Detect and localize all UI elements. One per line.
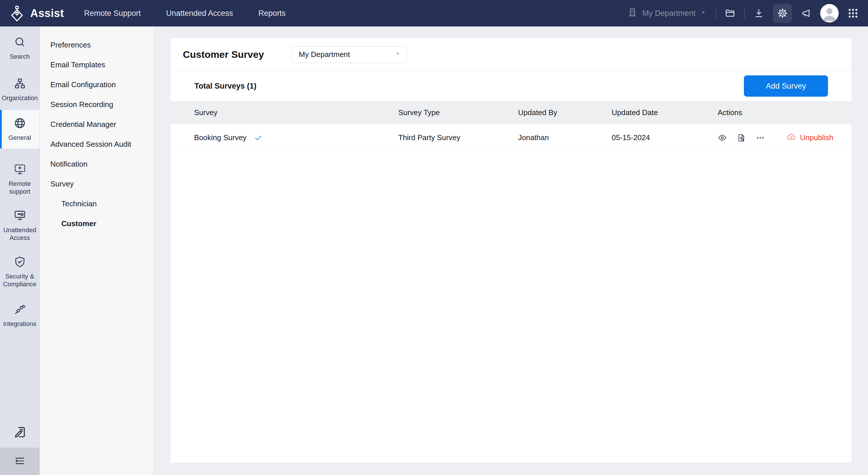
sidebar-item-search[interactable]: Search (0, 31, 39, 65)
department-dropdown[interactable]: My Department (292, 46, 407, 63)
survey-toolbar: Total Surveys (1) Add Survey (170, 71, 851, 101)
menu-item-notification[interactable]: Notification (40, 154, 154, 174)
table-row: Booking Survey Third Party Survey Jonath… (170, 124, 851, 151)
cloud-unpublish-icon (786, 132, 797, 144)
sidebar-item-label: Security & Compliance (1, 272, 38, 288)
sidebar-item-label: Integrations (3, 320, 36, 328)
nav-remote-support[interactable]: Remote Support (84, 9, 141, 18)
top-navigation: Remote Support Unattended Access Reports (84, 9, 286, 18)
search-icon (13, 36, 26, 50)
apps-grid-button[interactable] (847, 7, 859, 19)
col-actions: Actions (718, 108, 851, 117)
feedback-note-icon (13, 426, 27, 440)
unpublish-button[interactable]: Unpublish (786, 132, 833, 144)
sidebar-item-label: Search (10, 53, 30, 60)
sidebar-item-general[interactable]: General (0, 110, 39, 148)
total-surveys-label: Total Surveys (1) (194, 82, 257, 91)
monitor-plus-icon (13, 163, 26, 177)
sidebar-item-remote-support[interactable]: Remote support (0, 158, 39, 200)
nav-reports[interactable]: Reports (258, 9, 286, 18)
folder-button[interactable] (724, 8, 736, 19)
col-updated-by: Updated By (518, 108, 612, 117)
department-dropdown-value: My Department (299, 50, 350, 59)
department-selector-value: My Department (642, 9, 695, 18)
col-survey: Survey (194, 108, 398, 117)
sidebar-item-label: Organization (2, 94, 38, 102)
sidebar-item-label: General (8, 134, 31, 141)
table-header: Survey Survey Type Updated By Updated Da… (170, 101, 851, 124)
org-chart-icon (13, 77, 26, 92)
updated-date: 05-15-2024 (612, 133, 718, 142)
department-selector[interactable]: My Department (627, 7, 707, 20)
col-survey-type: Survey Type (398, 108, 518, 117)
collapse-menu-icon (14, 455, 26, 468)
page-title: Customer Survey (183, 49, 264, 60)
monitor-key-icon (13, 209, 26, 224)
actions-cell: Unpublish (718, 132, 851, 144)
topbar-divider (715, 7, 716, 20)
brand[interactable]: Assist (9, 5, 64, 22)
menu-item-survey-customer[interactable]: Customer (40, 214, 154, 234)
download-button[interactable] (753, 8, 764, 19)
sidebar-item-security-compliance[interactable]: Security & Compliance (0, 251, 39, 293)
feedback-note-button[interactable] (0, 426, 39, 440)
app-window: Assist Remote Support Unattended Access … (0, 0, 868, 475)
collapse-menu-button[interactable] (0, 448, 39, 475)
plug-icon (13, 303, 26, 317)
megaphone-button[interactable] (801, 8, 811, 19)
menu-item-email-templates[interactable]: Email Templates (40, 55, 154, 75)
survey-name[interactable]: Booking Survey (194, 133, 247, 142)
topbar-divider (744, 7, 745, 20)
icon-sidebar: Search Organization (0, 27, 40, 475)
add-survey-button[interactable]: Add Survey (744, 75, 828, 97)
sidebar-item-organization[interactable]: Organization (0, 72, 39, 106)
menu-item-survey[interactable]: Survey (40, 174, 154, 194)
preview-eye-button[interactable] (718, 133, 727, 142)
more-ellipsis-button[interactable] (756, 133, 765, 142)
sidebar-item-label: Unattended Access (1, 226, 38, 242)
globe-icon (13, 117, 26, 131)
customer-survey-panel: Customer Survey My Department Total Surv… (170, 38, 851, 463)
report-search-button[interactable] (737, 133, 746, 142)
sidebar-item-integrations[interactable]: Integrations (0, 298, 39, 332)
topbar-right: My Department (627, 4, 868, 23)
sidebar-item-unattended-access[interactable]: Unattended Access (0, 205, 39, 246)
panel-header: Customer Survey My Department (170, 38, 851, 71)
published-check-icon (254, 134, 262, 142)
menu-item-email-configuration[interactable]: Email Configuration (40, 75, 154, 95)
menu-item-credential-manager[interactable]: Credential Manager (40, 114, 154, 134)
brand-name: Assist (30, 7, 64, 20)
shield-check-icon (13, 256, 26, 270)
settings-menu: Preferences Email Templates Email Config… (40, 27, 154, 475)
main-content: Customer Survey My Department Total Surv… (154, 27, 868, 475)
col-updated-date: Updated Date (612, 108, 718, 117)
chevron-down-icon (394, 50, 401, 59)
caret-down-icon (700, 9, 707, 18)
menu-item-advanced-session-audit[interactable]: Advanced Session Audit (40, 134, 154, 154)
sidebar-item-label: Remote support (1, 180, 38, 195)
building-icon (627, 7, 638, 20)
menu-item-preferences[interactable]: Preferences (40, 35, 154, 55)
avatar[interactable] (820, 4, 839, 23)
updated-by: Jonathan (518, 133, 612, 142)
survey-type: Third Party Survey (398, 133, 518, 142)
settings-gear-button[interactable] (773, 4, 792, 23)
assist-logo-icon (9, 5, 25, 22)
layout: Search Organization (0, 27, 868, 475)
unpublish-label: Unpublish (800, 133, 833, 142)
menu-item-survey-technician[interactable]: Technician (40, 194, 154, 214)
topbar: Assist Remote Support Unattended Access … (0, 0, 868, 27)
menu-item-session-recording[interactable]: Session Recording (40, 95, 154, 114)
nav-unattended-access[interactable]: Unattended Access (166, 9, 233, 18)
